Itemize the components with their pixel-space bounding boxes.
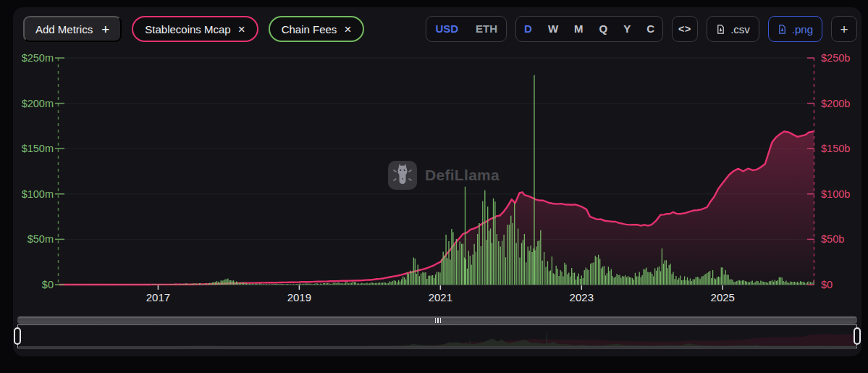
brush-scrollbar[interactable]: [17, 317, 857, 324]
x-axis-tick-label: 2025: [699, 291, 746, 303]
x-axis-tick-label: 2017: [135, 291, 181, 303]
brush-handle-left[interactable]: [14, 327, 21, 345]
left-axis-tick-label: $200m: [0, 97, 54, 110]
brush-handle-right[interactable]: [854, 327, 861, 345]
right-axis-tick-label: $150b: [821, 142, 866, 155]
right-axis-tick-label: $200b: [821, 97, 866, 110]
x-axis-tick-label: 2023: [558, 291, 604, 303]
left-axis-tick-label: $0: [0, 278, 54, 291]
x-axis-tick-label: 2019: [276, 291, 322, 303]
left-axis-tick-label: $250m: [0, 51, 54, 64]
defillama-chart-app: Add Metrics + Stablecoins Mcap×Chain Fee…: [0, 0, 868, 373]
brush-selection-window[interactable]: [17, 324, 857, 348]
brush-mini-chart: [19, 325, 857, 347]
brush-grip-icon[interactable]: [433, 318, 443, 323]
left-axis-tick-label: $50m: [0, 232, 54, 246]
right-axis-tick-label: $100b: [821, 188, 866, 201]
right-axis-tick-label: $0: [821, 278, 866, 291]
left-axis-tick-label: $100m: [0, 188, 54, 201]
right-axis-tick-label: $50b: [821, 232, 866, 246]
x-axis-tick-label: 2021: [417, 291, 463, 303]
right-axis-tick-label: $250b: [821, 51, 866, 64]
left-axis-tick-label: $150m: [0, 142, 54, 155]
